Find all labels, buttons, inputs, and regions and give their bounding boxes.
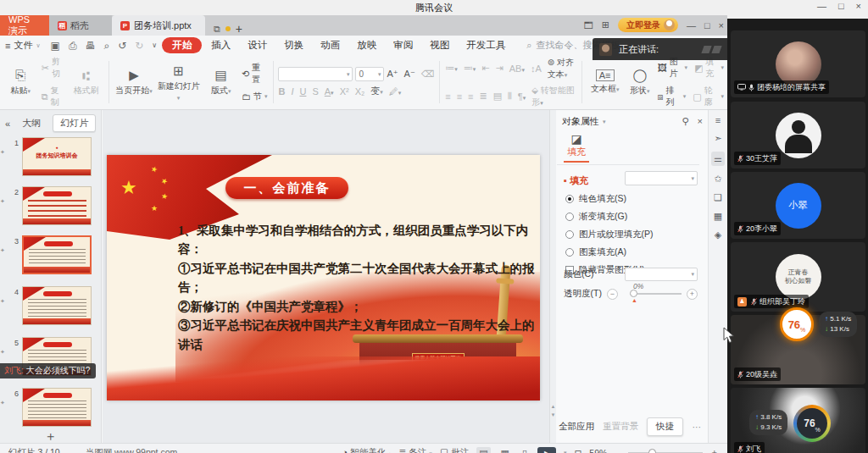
transparency-minus-button[interactable]: − xyxy=(607,289,618,300)
numbered-list-icon[interactable]: ≕▾ xyxy=(464,63,476,74)
copy-button[interactable]: ⧉复制 xyxy=(42,85,66,108)
italic-button[interactable]: I xyxy=(291,86,293,97)
undo-icon[interactable]: ↺ xyxy=(114,40,130,52)
minimize-icon[interactable]: — xyxy=(817,1,826,11)
text-direction-icon[interactable]: AB▾ xyxy=(509,64,525,74)
fill-tab[interactable]: ◪ 填充 xyxy=(564,132,589,163)
align-left-icon[interactable]: ≡ xyxy=(445,91,450,102)
highlight-button[interactable]: 🖉▾ xyxy=(389,86,402,97)
sorter-view-icon[interactable]: ▦ xyxy=(498,447,512,453)
collapse-panel-button[interactable]: « xyxy=(5,119,10,129)
cut-button[interactable]: ✂剪切 xyxy=(42,56,66,80)
tab-transition[interactable]: 切换 xyxy=(276,37,311,53)
slide-thumbnail-1[interactable]: ● 团务知识培训会 xyxy=(22,137,92,176)
docer-tab[interactable]: 稻 稻壳 xyxy=(49,15,112,36)
single-layout-icon[interactable]: 🗔 xyxy=(584,20,593,30)
tab-home[interactable]: 开始 xyxy=(162,37,202,53)
decrease-font-icon[interactable]: A⁻ xyxy=(404,69,415,80)
new-document-tab-button[interactable]: + xyxy=(236,22,242,36)
wps-app-tab[interactable]: WPS 演示 xyxy=(0,15,49,36)
normal-view-icon[interactable]: ▤ xyxy=(476,447,490,453)
play-options-icon[interactable]: ▾ xyxy=(564,450,567,453)
section-button[interactable]: 🗀节▾ xyxy=(242,91,268,102)
apply-all-button[interactable]: 全部应用 xyxy=(559,421,594,433)
format-painter-button[interactable]: ⑆ 格式刷 xyxy=(69,58,103,107)
reset-background-button[interactable]: 重置背景 xyxy=(603,421,638,433)
layout-button[interactable]: ▤ 版式▾ xyxy=(203,58,238,107)
radio-picture-fill[interactable]: 图片或纹理填充(P) xyxy=(565,229,654,240)
slideshow-play-button[interactable]: ▶ xyxy=(537,447,556,453)
tab-insert[interactable]: 插入 xyxy=(203,37,238,53)
paragraph-settings-icon[interactable]: ¶▾ xyxy=(518,91,526,102)
tab-view[interactable]: 视图 xyxy=(422,37,457,53)
document-tab[interactable]: P 团务培训.pptx xyxy=(112,15,205,36)
slide-thumbnail-6[interactable] xyxy=(22,388,92,427)
distribute-icon[interactable]: ▤ xyxy=(493,91,502,102)
reading-view-icon[interactable]: ▯ xyxy=(520,447,530,453)
collapse-ribbon-icon[interactable]: ∨ xyxy=(148,41,160,49)
tab-outline[interactable]: 大纲 xyxy=(15,115,47,131)
text-effect-button[interactable]: 变▾ xyxy=(370,85,383,97)
radio-solid-fill[interactable]: 纯色填充(S) xyxy=(565,193,654,205)
play-from-current-button[interactable]: ▶ 当页开始▾ xyxy=(114,58,153,107)
slide-thumbnail-2[interactable] xyxy=(22,186,92,225)
align-right-icon[interactable]: ≡ xyxy=(468,91,473,102)
clear-format-icon[interactable]: ⌫ xyxy=(421,69,435,80)
current-slide[interactable]: ★ ★ ★ ★ ★ 世界人民大团结万岁 一、会前准备 1、采取集中学习和自学相结… xyxy=(107,155,540,401)
fill-style-select[interactable]: ▾ xyxy=(625,171,698,185)
share-screen-state-icon[interactable]: ⧉ xyxy=(214,24,220,35)
chevron-down-icon[interactable]: ▾ xyxy=(603,119,606,125)
wps-restore-icon[interactable]: □ xyxy=(704,20,710,30)
redo-icon[interactable]: ↻ xyxy=(131,40,147,52)
wps-minimize-icon[interactable]: — xyxy=(687,20,696,30)
login-button[interactable]: 立即登录 xyxy=(618,18,678,32)
slider-knob[interactable] xyxy=(630,290,637,297)
radio-gradient-fill[interactable]: 渐变填充(G) xyxy=(565,211,654,223)
color-select[interactable]: ▾ xyxy=(625,268,698,281)
beautify-button[interactable]: ◔ 智能美化 ▴ xyxy=(342,447,392,453)
ideas-icon[interactable]: ◈ xyxy=(715,229,721,240)
tab-slideshow[interactable]: 放映 xyxy=(349,37,384,53)
arrange-button[interactable]: ⧈排列▾ xyxy=(658,85,687,108)
superscript-button[interactable]: X² xyxy=(340,86,349,97)
shape-button[interactable]: ◯ 形状▾ xyxy=(626,58,654,107)
zoom-knob[interactable] xyxy=(648,449,656,453)
quick-button[interactable]: 快捷 xyxy=(647,417,683,436)
slide-thumbnail-4[interactable] xyxy=(22,286,92,325)
underline-button[interactable]: U xyxy=(299,86,306,97)
bold-button[interactable]: B xyxy=(278,86,285,97)
font-family-select[interactable]: ▾ xyxy=(278,67,353,81)
justify-icon[interactable]: ≣ xyxy=(479,91,487,102)
export-icon[interactable]: ⎙ xyxy=(65,40,81,52)
image-edit-icon[interactable]: ▦ xyxy=(714,211,722,222)
participant-tile-4[interactable]: 正青春初心如磐 ♟ 组织部吴丁玲 xyxy=(731,242,865,312)
tab-devtools[interactable]: 开发工具 xyxy=(459,37,513,53)
line-spacing-icon[interactable]: ↕A xyxy=(531,64,542,74)
participant-tile-2[interactable]: 30王艾萍 xyxy=(731,102,865,168)
participant-tile-1[interactable]: 团委杨培的屏幕共享 xyxy=(731,30,865,97)
panel-menu-icon[interactable]: ≡ xyxy=(715,115,721,125)
grid-layout-icon[interactable]: ⊞ xyxy=(602,19,609,30)
subscript-button[interactable]: X₂ xyxy=(355,86,365,97)
tab-design[interactable]: 设计 xyxy=(240,37,275,53)
font-size-select[interactable]: 0▾ xyxy=(355,67,384,81)
outline-button[interactable]: ▢轮廓▾ xyxy=(693,85,724,108)
pin-panel-icon[interactable]: ⚲ xyxy=(682,116,689,127)
effects-star-icon[interactable]: ✩ xyxy=(714,174,721,185)
file-menu-button[interactable]: ≡ 文件 ∨ xyxy=(5,39,41,52)
panel-scrollbar[interactable]: ▲▼ xyxy=(550,110,556,443)
tab-animation[interactable]: 动画 xyxy=(313,37,348,53)
bullet-list-icon[interactable]: ≔▾ xyxy=(445,63,458,74)
notes-button[interactable]: ≣ 备注 ▾ xyxy=(399,447,432,453)
fit-slide-icon[interactable]: ⊡ xyxy=(575,448,582,453)
participant-tile-3[interactable]: 小翠 20李小翠 xyxy=(731,172,865,239)
zoom-in-button[interactable]: ＋ xyxy=(710,447,720,453)
transparency-slider[interactable]: 0% ▲ xyxy=(630,293,682,295)
font-color-button[interactable]: A▾ xyxy=(325,86,334,97)
radio-pattern-fill[interactable]: 图案填充(A) xyxy=(565,246,654,258)
tab-review[interactable]: 审阅 xyxy=(386,37,420,53)
to-smartart-button[interactable]: ⬙ 转智能图形▾ xyxy=(531,85,576,108)
maximize-icon[interactable]: □ xyxy=(838,1,844,11)
textbox-button[interactable]: A≡ 文本框▾ xyxy=(587,58,622,107)
windows-icon[interactable]: ❏ xyxy=(714,192,722,203)
